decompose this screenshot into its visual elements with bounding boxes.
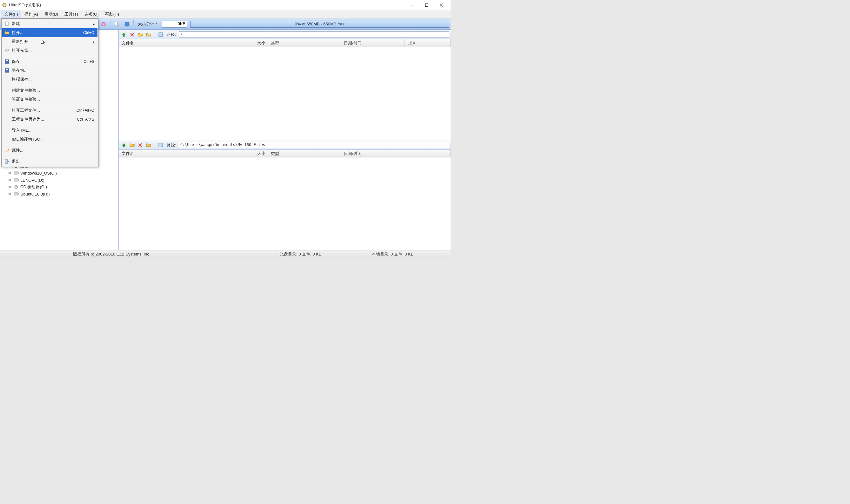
folder-icon[interactable] (145, 142, 152, 148)
image-list-header: 文件名 大小 类型 日期/时间 LBA (119, 39, 450, 47)
capacity-text: 0% of 650MB - 650MB free (295, 22, 345, 26)
close-button[interactable] (434, 0, 449, 10)
tree-toggle-icon[interactable]: ⊞ (7, 178, 12, 182)
menu-separator (11, 145, 97, 145)
menu-action[interactable]: 操作(A) (21, 10, 41, 18)
col-name[interactable]: 文件名 (119, 150, 249, 157)
menu-item[interactable]: 新建▸ (2, 19, 98, 28)
delete-icon[interactable] (129, 31, 136, 38)
tree-toggle-icon[interactable]: ⊞ (7, 185, 12, 190)
tree-node[interactable]: ⊞LENOVO(D:) (1, 177, 118, 183)
col-size[interactable]: 大小 (249, 150, 268, 157)
toolbar-sep (134, 20, 134, 28)
right-column: 路径: / 文件名 大小 类型 日期/时间 LBA 路径: C (119, 30, 450, 250)
svg-point-28 (17, 173, 18, 173)
svg-rect-42 (159, 143, 163, 147)
drive-icon (13, 172, 19, 175)
menu-item-accel: Ctrl+Alt+S (77, 117, 96, 122)
folder-icon[interactable] (145, 31, 152, 38)
minimize-button[interactable] (405, 0, 420, 10)
tool-convert-icon[interactable] (112, 20, 121, 29)
menu-item-label: 打开... (11, 30, 83, 36)
menu-item[interactable]: 属性... (2, 146, 98, 155)
tool-burn-icon[interactable] (99, 20, 108, 29)
tool-info-icon[interactable]: i (123, 20, 131, 29)
image-path-box[interactable]: / (179, 32, 449, 38)
local-list-body[interactable] (119, 158, 450, 250)
col-size[interactable]: 大小 (249, 39, 268, 47)
app-icon (2, 2, 7, 7)
prop-icon (3, 148, 11, 152)
col-date[interactable]: 日期/时间 (341, 39, 405, 47)
menu-item[interactable]: 工程文件另存为...Ctrl+Alt+S (2, 115, 98, 124)
capacity-bar: 0% of 650MB - 650MB free (190, 21, 449, 28)
tree-node[interactable]: ⊞Windows10_OS(C:) (1, 169, 118, 177)
col-lba[interactable]: LBA (405, 39, 450, 47)
svg-point-39 (132, 145, 134, 147)
menu-item-label: 重新打开 (11, 39, 93, 44)
up-icon[interactable] (120, 31, 127, 38)
menu-item[interactable]: 打开...Ctrl+O (2, 28, 98, 37)
newfolder-icon[interactable] (129, 142, 136, 148)
menu-item[interactable]: 导入 IML... (2, 126, 98, 135)
tree-node[interactable]: ⊞CD 驱动器(G:) (1, 183, 118, 191)
titlebar: UltraISO (试用版) (0, 0, 450, 10)
maximize-button[interactable] (420, 0, 434, 10)
menu-item[interactable]: 打开工程文件...Ctrl+Alt+O (2, 106, 98, 115)
menu-separator (11, 125, 97, 125)
menu-tools[interactable]: 工具(T) (61, 10, 81, 18)
tree-toggle-icon[interactable]: ⊞ (7, 192, 12, 196)
menu-item[interactable]: 打开光盘... (2, 46, 98, 55)
tree-node-label: Ubuntu 18.0(H:) (20, 192, 50, 196)
disc-icon (3, 48, 11, 53)
view-icon[interactable] (157, 142, 164, 148)
svg-text:i: i (127, 22, 128, 26)
toolbar-sep (110, 20, 110, 28)
view-icon[interactable] (157, 31, 164, 38)
col-type[interactable]: 类型 (268, 150, 341, 157)
col-type[interactable]: 类型 (268, 39, 341, 47)
open-icon (3, 31, 11, 35)
svg-point-1 (4, 4, 5, 6)
tree-toggle-icon[interactable]: ⊞ (7, 171, 12, 176)
menu-file[interactable]: 文件(F) (1, 10, 21, 18)
menu-help[interactable]: 帮助(H) (102, 10, 122, 18)
menu-item[interactable]: 重新打开▸ (2, 37, 98, 46)
up-icon[interactable] (120, 142, 127, 148)
menu-boot[interactable]: 启动(B) (41, 10, 61, 18)
tree-node[interactable]: ⊞Ubuntu 18.0(H:) (1, 191, 118, 197)
menu-item[interactable]: 另存为... (2, 66, 98, 75)
menu-item-label: IML 编译为 ISO... (11, 137, 96, 142)
status-copyright: 版权所有 (c)2002-2016 EZB Systems, Inc. (0, 250, 276, 258)
local-list-header: 文件名 大小 类型 日期/时间 (119, 150, 450, 158)
col-name[interactable]: 文件名 (119, 39, 249, 47)
status-discdir: 光盘目录: 0 文件, 0 KB (276, 250, 368, 258)
window-title: UltraISO (试用版) (9, 2, 405, 8)
menu-item[interactable]: 模拟保存... (2, 75, 98, 84)
local-path-box[interactable]: C:\Users\wangw\Documents\My ISO Files (179, 142, 449, 148)
image-subtoolbar: 路径: / (119, 30, 450, 39)
image-file-pane: 路径: / 文件名 大小 类型 日期/时间 LBA (119, 30, 450, 140)
tree-node-label: Windows10_OS(C:) (20, 171, 57, 176)
svg-rect-43 (5, 22, 8, 26)
drive-icon (13, 178, 19, 182)
menu-item[interactable]: 验证文件校验... (2, 95, 98, 104)
image-list-body[interactable] (119, 47, 450, 140)
newfolder-icon[interactable] (137, 31, 144, 38)
menu-item[interactable]: 保存Ctrl+S (2, 57, 98, 66)
svg-rect-26 (15, 167, 17, 168)
menu-separator (11, 56, 97, 56)
svg-rect-50 (5, 160, 7, 163)
menu-item[interactable]: IML 编译为 ISO... (2, 135, 98, 144)
menu-item-label: 打开工程文件... (11, 108, 76, 113)
menu-item[interactable]: 创建文件校验... (2, 86, 98, 95)
svg-rect-3 (425, 3, 428, 6)
menubar: 文件(F) 操作(A) 启动(B) 工具(T) 选项(O) 帮助(H) (0, 10, 450, 18)
svg-point-45 (7, 50, 7, 51)
col-date[interactable]: 日期/时间 (341, 150, 450, 157)
menu-item-label: 退出 (11, 159, 96, 164)
menu-item[interactable]: 退出 (2, 157, 98, 166)
menu-options[interactable]: 选项(O) (81, 10, 102, 18)
menu-separator (11, 156, 97, 156)
delete-icon[interactable] (137, 142, 144, 148)
